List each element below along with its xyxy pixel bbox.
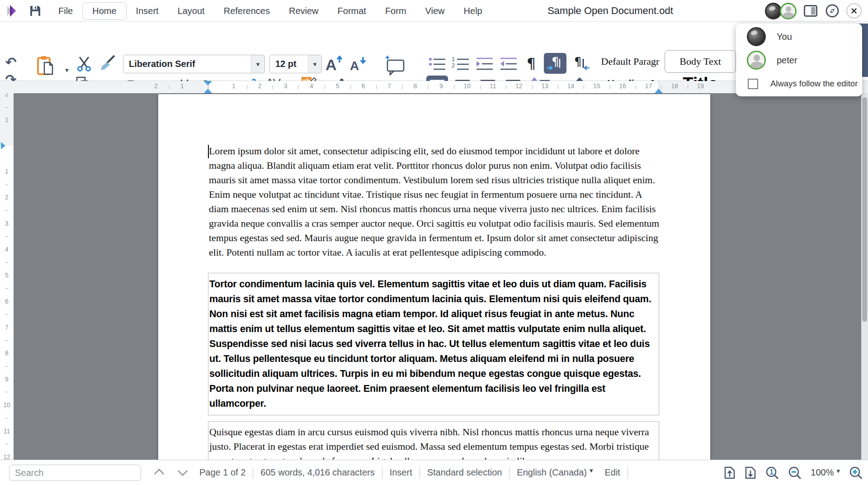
- h-ruler-tick: [454, 85, 454, 89]
- svg-text:¶: ¶: [552, 55, 559, 69]
- increase-indent-button[interactable]: [475, 55, 495, 73]
- language-caret[interactable]: ▾: [590, 466, 593, 475]
- h-ruler-tick: [688, 85, 688, 89]
- svg-text:A: A: [350, 59, 359, 73]
- shrink-font-button[interactable]: A: [347, 55, 368, 74]
- user-row-peter[interactable]: peter: [736, 49, 862, 71]
- follow-editor-row[interactable]: Always follow the editor: [736, 74, 862, 93]
- h-ruler-number: 2: [258, 82, 261, 90]
- search-input[interactable]: [9, 465, 141, 481]
- grow-font-button[interactable]: A: [324, 55, 344, 74]
- menu-file[interactable]: File: [49, 3, 82, 19]
- zoom-in-icon[interactable]: [849, 466, 863, 480]
- compass-icon[interactable]: [825, 3, 840, 19]
- right-to-left-button[interactable]: ¶: [570, 53, 593, 74]
- style-body-text[interactable]: Body Text: [665, 50, 736, 73]
- paste-dropdown-caret[interactable]: ▾: [62, 66, 71, 75]
- vertical-scrollbar[interactable]: [861, 93, 868, 460]
- style-default-paragraph[interactable]: Default Paragr: [598, 53, 663, 70]
- user-list-dropdown: You peter Always follow the editor: [736, 24, 862, 96]
- left-to-right-button[interactable]: ¶: [544, 53, 566, 74]
- follow-editor-checkbox[interactable]: [748, 79, 758, 89]
- undo-button[interactable]: ↶: [2, 54, 20, 70]
- previous-page-icon[interactable]: [724, 466, 736, 480]
- menu-view[interactable]: View: [416, 3, 454, 19]
- menu-help[interactable]: Help: [454, 3, 492, 19]
- h-ruler-tick: [428, 85, 429, 89]
- numbered-list-button[interactable]: 1 2: [451, 55, 471, 73]
- search-previous-icon[interactable]: [154, 469, 165, 479]
- cut-button[interactable]: [74, 55, 94, 73]
- bullet-list-button[interactable]: [427, 55, 447, 73]
- v-ruler-tick: [5, 210, 9, 211]
- v-ruler-number: 1: [0, 116, 14, 124]
- h-ruler-number: 5: [335, 82, 339, 90]
- v-ruler-number: 8: [0, 349, 14, 357]
- menubar: FileHomeInsertLayoutReferencesReviewForm…: [0, 0, 868, 22]
- follow-editor-label: Always follow the editor: [770, 79, 858, 89]
- h-ruler-tick: [350, 85, 351, 89]
- sidebar-toggle-icon[interactable]: [803, 3, 818, 19]
- search-next-icon[interactable]: [178, 466, 188, 476]
- zoom-level-control[interactable]: 100% ▾: [811, 467, 840, 478]
- clone-formatting-button[interactable]: [98, 54, 118, 73]
- h-ruler-number: 18: [671, 82, 678, 90]
- v-ruler-number: 10: [0, 401, 14, 409]
- scrollbar-thumb[interactable]: [862, 97, 867, 322]
- right-indent-marker[interactable]: [655, 89, 663, 93]
- vertical-ruler[interactable]: 21123456789101112: [0, 93, 14, 460]
- zoom-out-icon[interactable]: [788, 466, 802, 480]
- h-ruler-tick: [480, 85, 481, 89]
- v-ruler-tick: [5, 444, 9, 444]
- v-ruler-tick: [5, 418, 9, 418]
- formatting-marks-button[interactable]: ¶: [522, 54, 540, 73]
- insert-mode-status[interactable]: Insert: [390, 467, 412, 478]
- word-count-status[interactable]: 605 words, 4,016 characters: [260, 467, 374, 478]
- user-row-you[interactable]: You: [736, 25, 862, 48]
- top-margin-marker[interactable]: [1, 142, 5, 149]
- h-ruler-number: 16: [619, 82, 626, 90]
- menu-insert[interactable]: Insert: [127, 3, 168, 19]
- language-status[interactable]: English (Canada): [517, 467, 587, 478]
- v-ruler-tick: [5, 366, 9, 366]
- h-ruler-number: 17: [645, 82, 652, 90]
- h-ruler-number: 10: [463, 82, 471, 90]
- v-ruler-tick: [5, 340, 9, 341]
- avatar-body-shape: [750, 62, 763, 70]
- h-ruler-tick: [558, 85, 558, 89]
- status-separator: [253, 467, 253, 479]
- save-button[interactable]: [29, 5, 42, 17]
- font-size-combobox[interactable]: 12 pt ▾: [269, 55, 322, 73]
- left-indent-marker[interactable]: [204, 89, 212, 93]
- menubar-nav: FileHomeInsertLayoutReferencesReviewForm…: [49, 0, 492, 22]
- v-ruler-tick: [5, 262, 9, 263]
- menu-form[interactable]: Form: [376, 3, 416, 19]
- close-document-icon[interactable]: ×: [846, 3, 862, 19]
- user-avatar-peter[interactable]: [780, 3, 797, 19]
- selection-mode-status[interactable]: Standard selection: [427, 467, 502, 478]
- first-line-indent-marker[interactable]: [204, 81, 212, 86]
- v-ruler-number: 7: [0, 323, 14, 331]
- v-ruler-number: 4: [0, 246, 14, 253]
- v-ruler-tick: [5, 288, 9, 289]
- zoom-reset-icon[interactable]: 1: [765, 466, 779, 480]
- v-ruler-number: 11: [0, 428, 14, 435]
- decrease-indent-button[interactable]: [499, 55, 519, 73]
- menu-references[interactable]: References: [214, 3, 279, 19]
- font-size-caret[interactable]: ▾: [308, 55, 321, 73]
- menu-home[interactable]: Home: [82, 2, 126, 20]
- menu-format[interactable]: Format: [328, 3, 376, 19]
- h-ruler-number: 2: [154, 82, 158, 90]
- user-avatar-you[interactable]: [765, 3, 782, 19]
- page-number-status[interactable]: Page 1 of 2: [199, 467, 245, 478]
- font-name-caret[interactable]: ▾: [251, 55, 264, 73]
- h-ruler-tick: [376, 85, 377, 89]
- menu-layout[interactable]: Layout: [168, 3, 214, 19]
- next-page-icon[interactable]: [745, 466, 756, 480]
- h-ruler-tick: [402, 85, 403, 89]
- document-page[interactable]: Lorem ipsum dolor sit amet, consectetur …: [158, 94, 710, 460]
- v-ruler-number: 2: [0, 194, 14, 201]
- menu-review[interactable]: Review: [279, 3, 328, 19]
- font-name-combobox[interactable]: Liberation Serif ▾: [123, 55, 265, 73]
- permission-mode-status[interactable]: Edit: [604, 467, 620, 478]
